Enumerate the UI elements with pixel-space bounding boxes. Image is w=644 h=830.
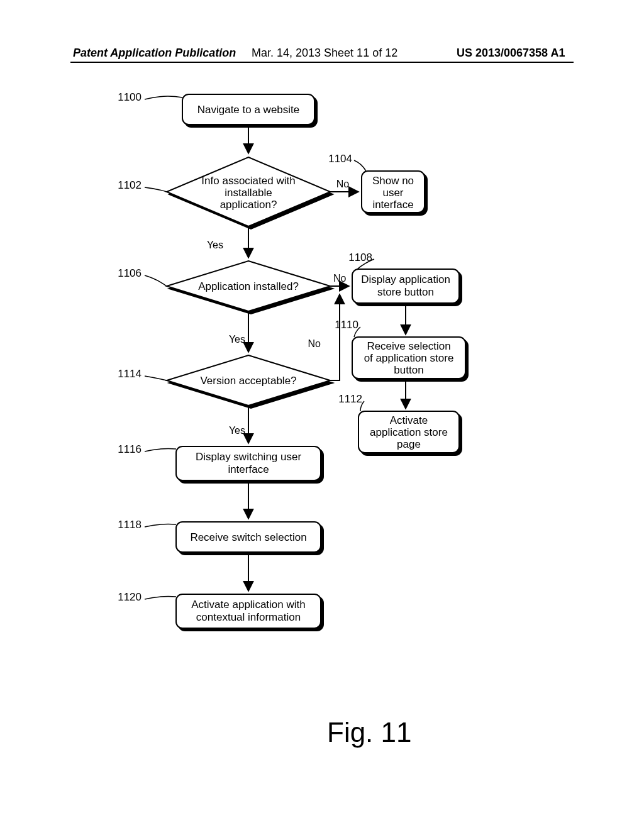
node-1106: Application installed? [167,261,330,311]
svg-text:Activate: Activate [390,414,428,426]
svg-text:Receive selection: Receive selection [367,340,450,352]
label-1102-no: No [336,179,350,189]
figure-caption: Fig. 11 [327,717,412,748]
ref-1116: 1116 [118,443,176,455]
svg-text:contextual information: contextual information [196,611,301,623]
node-1112: Activate application store page [358,411,459,453]
node-1102: Info associated with installable applica… [167,157,330,226]
svg-text:1106: 1106 [118,267,142,279]
node-1114: Version acceptable? [167,355,330,406]
node-1110: Receive selection of application store b… [352,337,465,379]
svg-text:1114: 1114 [118,368,142,380]
svg-text:Receive switch selection: Receive switch selection [190,531,306,543]
node-1108: Display application store button [352,269,459,303]
label-1106-no: No [333,273,347,284]
node-1100: Navigate to a website [182,94,314,124]
ref-1106: 1106 [118,267,167,286]
ref-1120: 1120 [118,591,176,603]
ref-1112: 1112 [338,393,364,411]
ref-1102: 1102 [118,179,167,192]
svg-text:page: page [397,438,421,450]
node-1100-text: Navigate to a website [197,104,300,116]
svg-text:1120: 1120 [118,591,142,603]
svg-text:interface: interface [228,463,269,475]
svg-text:Application installed?: Application installed? [198,280,299,292]
label-1114-yes: Yes [229,425,245,436]
node-1104: Show no user interface [362,171,425,213]
patent-page: Patent Application Publication Mar. 14, … [0,0,644,830]
label-1114-no: No [308,338,321,349]
svg-text:1112: 1112 [338,393,362,405]
svg-text:store button: store button [377,286,434,298]
ref-1108: 1108 [348,252,374,269]
node-1118: Receive switch selection [176,522,321,552]
node-1120: Activate application with contextual inf… [176,594,321,628]
svg-text:button: button [394,364,423,376]
edge-1114-1108 [330,294,340,380]
svg-text:Info associated with: Info associated with [201,175,295,187]
svg-text:application?: application? [220,199,277,211]
svg-text:1100: 1100 [118,91,142,103]
svg-text:1116: 1116 [118,443,142,455]
node-1116: Display switching user interface [176,446,321,480]
svg-text:Display switching user: Display switching user [196,451,302,463]
svg-text:1104: 1104 [328,153,352,165]
label-1102-yes: Yes [207,240,223,250]
svg-text:Show no: Show no [372,175,414,187]
ref-1104: 1104 [328,153,366,171]
ref-1114: 1114 [118,368,167,380]
label-1106-yes: Yes [229,334,245,345]
svg-text:Display application: Display application [361,274,450,285]
svg-text:of application store: of application store [364,352,454,364]
svg-text:application store: application store [370,426,448,438]
svg-text:1102: 1102 [118,179,142,191]
ref-1118: 1118 [118,519,176,531]
svg-text:1110: 1110 [335,319,358,331]
svg-text:Version acceptable?: Version acceptable? [200,375,296,387]
ref-1100: 1100 [118,91,182,103]
svg-text:interface: interface [372,199,413,211]
flowchart-svg: Navigate to a website 1100 Info associat… [0,0,644,830]
svg-text:user: user [382,187,403,199]
svg-text:Activate application with: Activate application with [191,599,305,611]
ref-1110: 1110 [335,319,360,337]
svg-text:installable: installable [225,187,272,199]
svg-text:1118: 1118 [118,519,142,531]
